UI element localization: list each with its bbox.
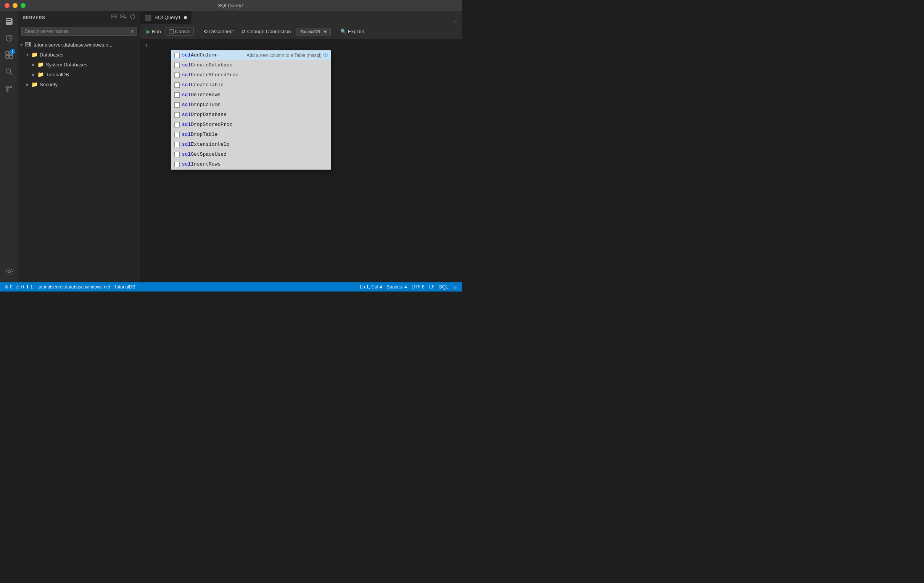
sql-file-icon: ⬛	[145, 15, 152, 21]
tab-more-options-icon[interactable]: ···	[453, 18, 457, 24]
item-checkbox	[174, 152, 180, 157]
info-icon: ℹ	[27, 284, 29, 290]
status-bar: ⊗ 0 ⚠ 0 ℹ 1 tutorialserver.database.wind…	[0, 282, 462, 292]
item-prefix: sql	[182, 82, 191, 89]
disconnect-icon: ⟲	[203, 29, 208, 34]
run-icon: ▶	[147, 29, 150, 34]
run-button[interactable]: ▶ Run	[144, 27, 164, 36]
server-connection-text: tutorialserver.database.windows.net : Tu…	[37, 284, 135, 290]
cursor-position[interactable]: Ln 1, Col 4	[360, 284, 382, 290]
traffic-lights	[5, 3, 26, 8]
server-tree: tutorialserver.database.windows.n... 📁 D…	[18, 38, 140, 282]
item-prefix: sql	[182, 161, 191, 168]
svg-point-24	[30, 43, 30, 43]
databases-node[interactable]: 📁 Databases	[18, 50, 140, 59]
autocomplete-item[interactable]: sqlAddColumnAdd a new column to a Table …	[171, 50, 331, 60]
search-activity-icon[interactable]	[2, 64, 17, 79]
svg-point-25	[30, 45, 30, 46]
git-activity-icon[interactable]	[2, 81, 17, 96]
close-button[interactable]	[5, 3, 10, 8]
item-prefix: sql	[182, 111, 191, 118]
autocomplete-item[interactable]: sqlGetSpaceUsed	[171, 150, 331, 160]
autocomplete-item[interactable]: sqlDropColumn	[171, 100, 331, 110]
new-connection-icon[interactable]	[111, 14, 117, 21]
sql-query-tab[interactable]: ⬛ SQLQuery1	[140, 11, 192, 24]
servers-activity-icon[interactable]	[2, 14, 17, 29]
settings-activity-icon[interactable]	[2, 264, 17, 279]
cancel-label: Cancel	[175, 29, 190, 34]
editor-text[interactable]: sql sqlAddColumnAdd a new column to a Ta…	[153, 39, 462, 282]
autocomplete-item[interactable]: sqlCreateTable	[171, 80, 331, 90]
item-suffix: DropDatabase	[191, 111, 227, 118]
toolbar-separator-1	[197, 28, 197, 35]
item-suffix: CreateStoredProc	[191, 72, 238, 79]
feedback-icon[interactable]: ☺	[453, 284, 457, 290]
autocomplete-item[interactable]: sqlCreateStoredProc	[171, 70, 331, 80]
search-input[interactable]	[21, 27, 137, 36]
line-ending-indicator[interactable]: LF	[429, 284, 434, 290]
status-left: ⊗ 0 ⚠ 0 ℹ 1 tutorialserver.database.wind…	[5, 284, 135, 290]
item-prefix: sql	[182, 92, 191, 98]
svg-point-14	[7, 90, 8, 92]
maximize-button[interactable]	[21, 3, 26, 8]
connections-activity-icon[interactable]	[2, 31, 17, 46]
sidebar-header: SERVERS	[18, 11, 140, 25]
disconnect-button[interactable]: ⟲ Disconnect	[200, 27, 236, 36]
item-suffix: DeleteRows	[191, 92, 221, 98]
svg-point-4	[11, 21, 12, 22]
item-prefix: sql	[182, 101, 191, 108]
svg-rect-9	[10, 55, 13, 58]
refresh-icon[interactable]	[129, 14, 135, 21]
editor-area: ⬛ SQLQuery1 ··· ▶ Run Cancel ⟲ Disconnec…	[140, 11, 462, 282]
tutorialdb-node[interactable]: 📁 TutorialDB	[18, 69, 140, 79]
item-prefix: sql	[182, 62, 191, 69]
explain-icon: 🔍	[340, 29, 346, 34]
add-connection-icon[interactable]	[120, 14, 126, 21]
server-node[interactable]: tutorialserver.database.windows.n...	[18, 40, 140, 50]
server-name: tutorialserver.database.windows.n...	[33, 42, 112, 48]
sidebar-title: SERVERS	[23, 15, 45, 20]
svg-rect-17	[111, 17, 117, 18]
error-count[interactable]: ⊗ 0 ⚠ 0 ℹ 1	[5, 284, 33, 290]
autocomplete-item[interactable]: sqlDropTable	[171, 130, 331, 140]
cancel-button[interactable]: Cancel	[165, 27, 194, 36]
item-prefix: sql	[182, 141, 191, 148]
title-bar: SQLQuery1	[0, 0, 462, 11]
databases-folder-icon: 📁	[31, 51, 38, 58]
explain-button[interactable]: 🔍 Explain	[337, 27, 367, 36]
item-checkbox	[174, 162, 180, 167]
autocomplete-item[interactable]: sqlExtensionHelp	[171, 140, 331, 150]
spaces-indicator[interactable]: Spaces: 4	[386, 284, 407, 290]
autocomplete-item[interactable]: sqlInsertRows	[171, 160, 331, 169]
databases-label: Databases	[40, 52, 63, 58]
connection-dropdown[interactable]: TutorialDB ▼	[296, 28, 331, 35]
encoding-indicator[interactable]: UTF-8	[412, 284, 425, 290]
item-checkbox	[174, 92, 180, 97]
svg-rect-2	[6, 23, 12, 25]
item-checkbox	[174, 122, 180, 127]
autocomplete-item[interactable]: sqlCreateDatabase	[171, 60, 331, 70]
extensions-activity-icon[interactable]: 1	[2, 47, 17, 63]
item-prefix: sql	[182, 72, 191, 79]
security-node[interactable]: 📁 Security	[18, 79, 140, 89]
autocomplete-item[interactable]: sqlDropDatabase	[171, 110, 331, 120]
system-databases-arrow	[31, 61, 36, 68]
clear-search-icon[interactable]: ✕	[130, 28, 135, 34]
line-number-1: 1	[145, 42, 148, 50]
window-title: SQLQuery1	[218, 3, 244, 8]
item-suffix: DropColumn	[191, 101, 221, 108]
autocomplete-item[interactable]: sqlDeleteRows	[171, 90, 331, 100]
item-prefix: sql	[182, 52, 191, 59]
system-databases-node[interactable]: 📁 System Databases	[18, 59, 140, 69]
svg-rect-18	[120, 15, 124, 16]
item-info-icon[interactable]: ⓘ	[323, 52, 328, 59]
change-connection-button[interactable]: ⇄ Change Connection	[238, 27, 294, 36]
autocomplete-item[interactable]: sqlDropStoredProc	[171, 120, 331, 130]
item-suffix: InsertRows	[191, 161, 221, 168]
minimize-button[interactable]	[13, 3, 18, 8]
error-icon: ⊗	[5, 284, 8, 290]
language-indicator[interactable]: SQL	[439, 284, 448, 290]
server-icon	[25, 41, 32, 48]
info-value: 1	[30, 284, 33, 290]
databases-arrow	[25, 51, 31, 58]
